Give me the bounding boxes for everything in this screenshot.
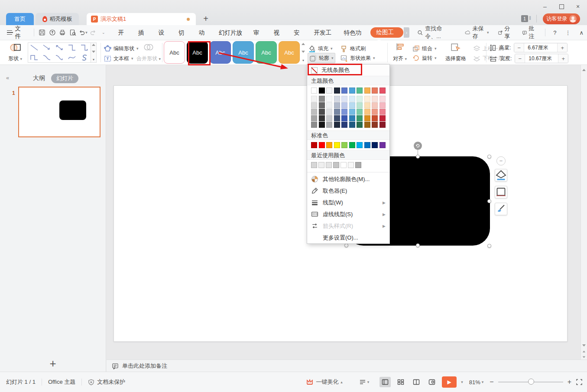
help-button[interactable]: ?: [550, 29, 560, 36]
standard-color-2[interactable]: [319, 142, 325, 148]
text-box-button[interactable]: 文本框▾: [104, 53, 133, 64]
rotate-button[interactable]: 旋转▾: [412, 53, 437, 63]
outline-button[interactable]: 轮廓▾: [308, 53, 335, 63]
theme-variant-r5-c9[interactable]: [372, 122, 378, 128]
menu-item-设计[interactable]: 设计: [153, 25, 173, 40]
theme-variant-r3-c9[interactable]: [372, 109, 378, 115]
theme-variant-r2-c4[interactable]: [334, 102, 340, 108]
theme-variant-r3-c1[interactable]: [311, 109, 317, 115]
fill-button[interactable]: 填充▾: [308, 43, 333, 54]
menu-item-视图[interactable]: 视图: [269, 25, 289, 40]
presenter-view-button[interactable]: [426, 377, 438, 387]
theme-color-10[interactable]: [379, 87, 386, 94]
edit-shape-button[interactable]: 编辑形状▾: [104, 43, 139, 54]
menu-item-虚线线型-S-[interactable]: 虚线线型(S)▶: [307, 208, 389, 220]
close-button[interactable]: ×: [573, 3, 583, 10]
more-menu-button[interactable]: ⋮: [562, 29, 574, 36]
theme-variant-r1-c2[interactable]: [319, 96, 325, 102]
recent-color-3[interactable]: [326, 162, 332, 168]
slide-thumbnail[interactable]: [18, 87, 101, 137]
command-search[interactable]: 查找命令、...: [417, 25, 454, 40]
theme-variant-r5-c2[interactable]: [319, 122, 325, 128]
theme-variant-r2-c1[interactable]: [311, 102, 317, 108]
theme-variant-r1-c7[interactable]: [357, 96, 363, 102]
standard-color-1[interactable]: [311, 142, 317, 148]
customize-toolbar-button[interactable]: ⌄: [99, 27, 108, 38]
zoom-slider-handle[interactable]: [528, 379, 534, 385]
curve-shape-icon[interactable]: [67, 54, 77, 62]
scroll-up-button[interactable]: [581, 68, 586, 72]
format-painter-button[interactable]: 格式刷: [341, 43, 366, 54]
user-count-badge[interactable]: 1: [521, 15, 528, 22]
standard-color-8[interactable]: [364, 142, 370, 148]
theme-variant-r5-c5[interactable]: [341, 122, 347, 128]
print-button[interactable]: [58, 27, 67, 38]
notes-bar[interactable]: 单击此处添加备注: [107, 360, 587, 372]
scroll-down-button[interactable]: [581, 343, 586, 348]
quick-layout-button[interactable]: [495, 186, 507, 198]
tab-docer-templates[interactable]: 稻壳模板: [36, 13, 79, 25]
theme-variant-r1-c4[interactable]: [334, 96, 340, 102]
menu-item-取色器-E-[interactable]: 取色器(E): [307, 185, 389, 197]
theme-variant-r2-c7[interactable]: [357, 102, 363, 108]
theme-color-5[interactable]: [341, 87, 347, 94]
height-increase-button[interactable]: +: [558, 43, 567, 52]
zoom-out-button[interactable]: −: [490, 378, 493, 386]
quick-brush-button[interactable]: [495, 203, 507, 215]
menu-item-动画[interactable]: 动画: [193, 25, 213, 40]
menu-item-开始[interactable]: 开始: [113, 25, 133, 40]
theme-color-4[interactable]: [334, 87, 340, 94]
menu-item-切换[interactable]: 切换: [173, 25, 193, 40]
export-button[interactable]: [48, 27, 57, 38]
normal-view-button[interactable]: [379, 377, 391, 387]
freeform-s-shape-icon[interactable]: [80, 54, 89, 62]
fit-slide-button[interactable]: [576, 379, 583, 386]
theme-variant-r4-c2[interactable]: [319, 115, 325, 121]
style-gallery-scroll[interactable]: ▾: [301, 42, 306, 63]
one-click-beautify-button[interactable]: 一键美化 ▴: [300, 378, 349, 386]
theme-variant-r1-c6[interactable]: [349, 96, 355, 102]
new-tab-button[interactable]: +: [200, 14, 211, 24]
elbow-connector-icon[interactable]: [67, 44, 77, 52]
gallery-scroll-down-icon[interactable]: [92, 51, 95, 53]
theme-variant-r2-c9[interactable]: [372, 102, 378, 108]
shape-gallery-scroll[interactable]: ▾: [91, 42, 97, 63]
collapse-quick-tools-button[interactable]: −: [496, 156, 506, 165]
theme-variant-r4-c5[interactable]: [341, 115, 347, 121]
standard-color-10[interactable]: [379, 142, 386, 148]
merge-shapes-button[interactable]: 合并形状 ▾: [135, 42, 162, 64]
shape-style-item-2[interactable]: Abc: [187, 41, 208, 64]
theme-variant-r5-c7[interactable]: [357, 122, 363, 128]
elbow-connector2-icon[interactable]: [29, 54, 39, 62]
maximize-button[interactable]: [557, 3, 566, 10]
theme-variant-r4-c8[interactable]: [364, 115, 370, 121]
save-status[interactable]: 未保存▾: [461, 25, 493, 40]
standard-color-3[interactable]: [326, 142, 332, 148]
notes-toggle-button[interactable]: ▾: [353, 379, 376, 385]
shape-style-item-1[interactable]: Abc: [164, 41, 185, 64]
theme-variant-r5-c8[interactable]: [364, 122, 370, 128]
theme-variant-r4-c4[interactable]: [334, 115, 340, 121]
context-tab-more-button[interactable]: ›: [404, 27, 409, 38]
save-button[interactable]: [37, 27, 47, 38]
handle-bottom-left[interactable]: [344, 243, 348, 247]
group-button[interactable]: 组合▾: [412, 43, 437, 54]
theme-color-6[interactable]: [349, 87, 355, 94]
theme-variant-r5-c1[interactable]: [311, 122, 317, 128]
theme-variant-r4-c9[interactable]: [372, 115, 378, 121]
selection-pane-button[interactable]: 选择窗格: [442, 42, 470, 64]
print-preview-button[interactable]: [68, 27, 78, 38]
width-decrease-button[interactable]: −: [515, 54, 525, 63]
canvas-vertical-scrollbar[interactable]: [581, 65, 587, 360]
theme-variant-r4-c7[interactable]: [357, 115, 363, 121]
tab-outline[interactable]: 大纲: [33, 75, 45, 82]
theme-variant-r4-c1[interactable]: [311, 115, 317, 121]
file-menu[interactable]: 文件: [0, 25, 31, 40]
standard-color-7[interactable]: [357, 142, 363, 148]
handle-top-right[interactable]: [487, 155, 491, 159]
theme-variant-r4-c10[interactable]: [379, 115, 386, 121]
menu-item-插入[interactable]: 插入: [133, 25, 153, 40]
previous-slide-button[interactable]: [581, 349, 586, 354]
handle-middle-right[interactable]: [487, 199, 491, 203]
recent-color-6[interactable]: [348, 162, 354, 168]
